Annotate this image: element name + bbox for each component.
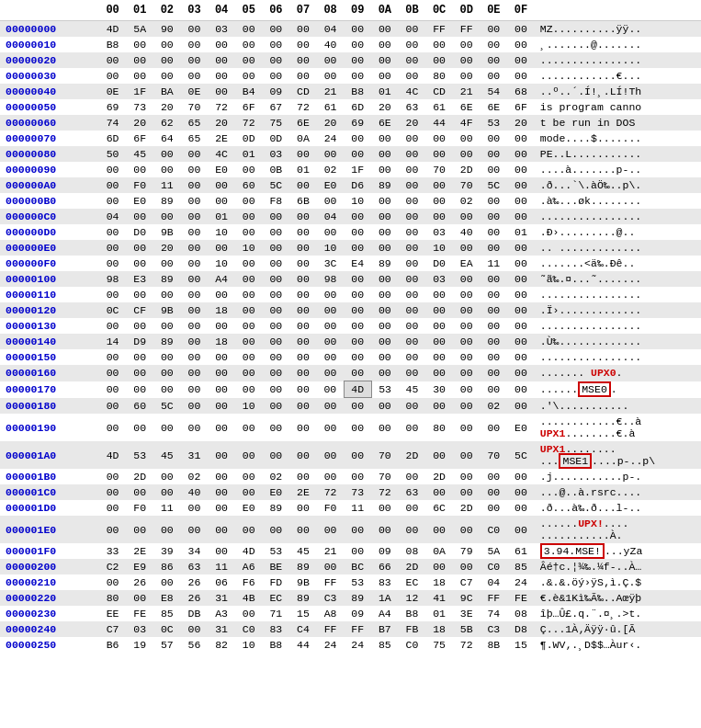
hex-byte: 6E <box>453 99 481 115</box>
hex-byte: 00 <box>263 516 290 543</box>
hex-byte: 00 <box>317 287 345 302</box>
hex-byte: 00 <box>235 441 263 469</box>
hex-byte: 00 <box>425 177 453 193</box>
hex-byte: 5C <box>507 441 535 469</box>
hex-byte: 90 <box>153 21 181 38</box>
hex-byte: 00 <box>507 162 535 177</box>
hex-byte: 00 <box>208 37 235 52</box>
hex-byte: BE <box>263 559 290 574</box>
hex-byte: 10 <box>344 193 371 209</box>
hex-byte: 00 <box>181 240 209 256</box>
hex-byte: 6C <box>425 500 453 516</box>
hex-byte: 00 <box>371 302 399 318</box>
hex-byte: 89 <box>153 193 181 209</box>
hex-byte: 45 <box>289 543 317 559</box>
hex-byte: 2E <box>126 543 153 559</box>
hex-byte: E0 <box>263 484 290 500</box>
hex-byte: 00 <box>181 365 209 381</box>
hex-byte: 00 <box>399 256 426 271</box>
hex-byte: 70 <box>425 162 453 177</box>
hex-byte: 53 <box>126 441 153 469</box>
offset-cell: 000001D0 <box>0 500 99 516</box>
hex-byte: 80 <box>425 414 453 441</box>
hex-byte: 00 <box>344 398 371 415</box>
offset-cell: 000000B0 <box>0 193 99 209</box>
hex-byte: C7 <box>99 621 127 637</box>
hex-byte: 11 <box>153 500 181 516</box>
hex-byte: 00 <box>481 131 508 146</box>
hex-byte: 62 <box>153 115 181 131</box>
hex-byte: 4D <box>99 21 127 38</box>
hex-byte: 00 <box>425 484 453 500</box>
hex-byte: 00 <box>153 484 181 500</box>
hex-byte: 56 <box>181 637 209 653</box>
col-header-08: 08 <box>317 0 345 21</box>
hex-byte: 00 <box>99 177 127 193</box>
hex-byte: 00 <box>126 240 153 256</box>
hex-byte: 00 <box>371 131 399 146</box>
hex-byte: 00 <box>181 52 209 68</box>
hex-byte: 00 <box>153 318 181 334</box>
hex-byte: 10 <box>317 240 345 256</box>
hex-byte: 00 <box>235 21 263 38</box>
hex-byte: 00 <box>425 146 453 162</box>
hex-byte: 00 <box>126 256 153 271</box>
hex-byte: 00 <box>208 516 235 543</box>
hex-byte: 00 <box>425 302 453 318</box>
hex-byte: 00 <box>481 334 508 349</box>
hex-byte: 00 <box>181 414 209 441</box>
offset-cell: 00000210 <box>0 574 99 590</box>
hex-byte: 01 <box>289 162 317 177</box>
decoded-cell: ..º..´.Í!¸.LÍ!Th <box>535 84 701 99</box>
hex-byte: 06 <box>208 574 235 590</box>
hex-byte: 00 <box>453 131 481 146</box>
hex-byte: 4C <box>208 146 235 162</box>
hex-byte: 00 <box>235 162 263 177</box>
hex-byte: 26 <box>181 574 209 590</box>
hex-byte: CD <box>289 84 317 99</box>
hex-byte: 11 <box>481 256 508 271</box>
hex-byte: 00 <box>371 500 399 516</box>
hex-byte: 53 <box>481 115 508 131</box>
offset-cell: 00000030 <box>0 68 99 84</box>
decoded-cell: is program canno <box>535 99 701 115</box>
hex-byte: 72 <box>453 637 481 653</box>
hex-byte: 00 <box>99 349 127 365</box>
hex-byte: 15 <box>289 606 317 621</box>
hex-byte: 03 <box>126 621 153 637</box>
offset-cell: 00000230 <box>0 606 99 621</box>
hex-byte: 34 <box>181 543 209 559</box>
hex-byte: 24 <box>317 637 345 653</box>
hex-byte: 00 <box>235 271 263 287</box>
hex-byte: 00 <box>235 302 263 318</box>
hex-byte: 01 <box>208 209 235 224</box>
hex-byte: 00 <box>317 516 345 543</box>
decoded-cell: ................ <box>535 349 701 365</box>
hex-byte: 40 <box>453 224 481 240</box>
hex-byte: 54 <box>481 84 508 99</box>
hex-byte: 18 <box>425 574 453 590</box>
col-header-01: 01 <box>126 0 153 21</box>
hex-byte: 45 <box>153 441 181 469</box>
decoded-cell: .&.&.öý›ÿS‚ì.Ç.$ <box>535 574 701 590</box>
hex-byte: 00 <box>99 398 127 415</box>
hex-byte: 00 <box>99 256 127 271</box>
hex-byte: B8 <box>399 606 426 621</box>
hex-byte: 70 <box>453 177 481 193</box>
table-row: 000002100026002606F6FD9BFF5383EC18C70424… <box>0 574 701 590</box>
hex-byte: 00 <box>208 349 235 365</box>
hex-byte: 74 <box>99 115 127 131</box>
hex-byte: 6D <box>344 99 371 115</box>
hex-byte: 00 <box>344 209 371 224</box>
hex-byte: 00 <box>399 302 426 318</box>
hex-byte: 20 <box>399 115 426 131</box>
offset-cell: 00000060 <box>0 115 99 131</box>
hex-byte: C3 <box>317 590 345 606</box>
hex-byte: 00 <box>399 193 426 209</box>
hex-byte: 00 <box>181 287 209 302</box>
table-row: 0000003000000000000000000000000080000000… <box>0 68 701 84</box>
hex-byte: 00 <box>208 469 235 484</box>
hex-byte: 00 <box>399 500 426 516</box>
hex-byte: 00 <box>99 240 127 256</box>
hex-byte: 00 <box>425 365 453 381</box>
